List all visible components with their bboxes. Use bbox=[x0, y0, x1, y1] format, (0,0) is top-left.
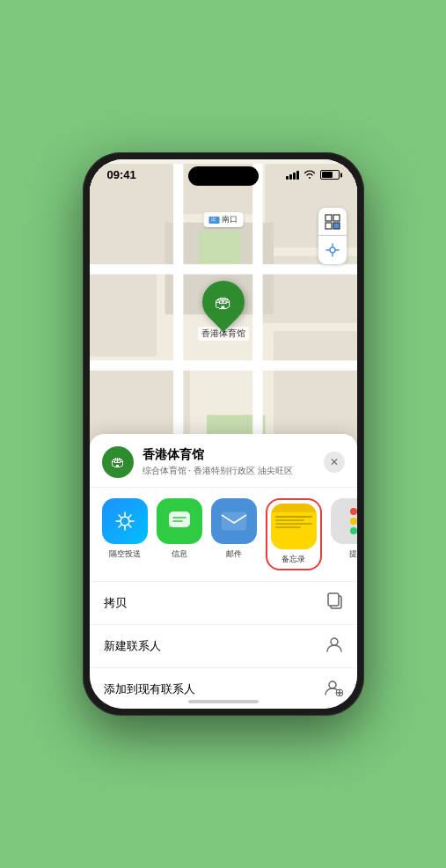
map-label-text: 南口 bbox=[222, 214, 238, 225]
svg-rect-17 bbox=[325, 223, 332, 229]
svg-rect-13 bbox=[90, 264, 357, 274]
svg-point-31 bbox=[331, 638, 338, 645]
status-time: 09:41 bbox=[107, 168, 136, 181]
action-copy-label: 拷贝 bbox=[104, 595, 127, 611]
svg-rect-25 bbox=[169, 511, 190, 527]
battery-fill bbox=[322, 172, 333, 178]
svg-rect-12 bbox=[252, 164, 262, 474]
map-label-icon: 出 bbox=[208, 217, 219, 224]
copy-icon bbox=[327, 592, 343, 614]
map-exit-label: 出 南口 bbox=[203, 212, 243, 227]
map-area[interactable]: 出 南口 🏟 香港体育馆 bbox=[90, 159, 357, 478]
svg-rect-28 bbox=[222, 512, 246, 530]
marker-pin-inner: 🏟 bbox=[215, 291, 232, 312]
home-indicator bbox=[188, 700, 259, 703]
share-item-airdrop[interactable]: 隔空投送 bbox=[102, 498, 148, 570]
venue-desc: 综合体育馆 · 香港特别行政区 油尖旺区 bbox=[143, 465, 324, 477]
signal-bars bbox=[286, 171, 299, 180]
share-row: 隔空投送 信息 bbox=[90, 488, 357, 582]
new-contact-icon bbox=[325, 636, 343, 657]
share-item-message[interactable]: 信息 bbox=[157, 498, 202, 570]
more-icon bbox=[331, 498, 357, 544]
svg-rect-11 bbox=[173, 164, 183, 474]
venue-marker: 🏟 香港体育馆 bbox=[198, 281, 249, 341]
notes-label: 备忘录 bbox=[281, 554, 305, 565]
share-item-notes[interactable]: 备忘录 bbox=[266, 498, 322, 570]
notes-icon bbox=[271, 504, 317, 549]
svg-rect-4 bbox=[90, 273, 157, 357]
message-label: 信息 bbox=[172, 548, 187, 560]
signal-bar-1 bbox=[286, 176, 289, 180]
add-existing-icon bbox=[324, 679, 343, 700]
phone-screen: 09:41 bbox=[90, 159, 357, 709]
venue-header: 🏟 香港体育馆 综合体育馆 · 香港特别行政区 油尖旺区 ✕ bbox=[90, 434, 357, 488]
close-button[interactable]: ✕ bbox=[324, 452, 345, 473]
dynamic-island bbox=[188, 166, 259, 186]
signal-bar-4 bbox=[296, 171, 299, 180]
action-copy[interactable]: 拷贝 bbox=[90, 582, 357, 625]
map-view-button[interactable] bbox=[318, 208, 347, 236]
action-new-contact[interactable]: 新建联系人 bbox=[90, 625, 357, 668]
share-item-mail[interactable]: 邮件 bbox=[211, 498, 257, 570]
mail-label: 邮件 bbox=[226, 548, 242, 560]
action-list: 拷贝 新建联系人 bbox=[90, 582, 357, 709]
map-background: 出 南口 🏟 香港体育馆 bbox=[90, 159, 357, 478]
location-button[interactable] bbox=[318, 236, 347, 264]
venue-name: 香港体育馆 bbox=[143, 447, 324, 463]
signal-bar-2 bbox=[289, 174, 292, 180]
map-controls bbox=[318, 208, 347, 264]
battery-icon bbox=[320, 170, 340, 180]
svg-rect-14 bbox=[90, 360, 357, 370]
mail-icon bbox=[211, 498, 257, 544]
marker-pin: 🏟 bbox=[194, 272, 253, 332]
svg-rect-15 bbox=[325, 215, 332, 221]
venue-icon: 🏟 bbox=[102, 446, 134, 478]
action-new-contact-label: 新建联系人 bbox=[104, 638, 161, 654]
svg-rect-9 bbox=[198, 231, 240, 264]
status-icons bbox=[286, 169, 340, 180]
bottom-sheet: 🏟 香港体育馆 综合体育馆 · 香港特别行政区 油尖旺区 ✕ bbox=[90, 434, 357, 709]
svg-rect-18 bbox=[333, 223, 340, 229]
signal-bar-3 bbox=[293, 173, 296, 180]
venue-info: 香港体育馆 综合体育馆 · 香港特别行政区 油尖旺区 bbox=[143, 447, 324, 477]
more-label: 提 bbox=[349, 548, 357, 560]
svg-rect-30 bbox=[328, 593, 339, 606]
airdrop-icon bbox=[102, 498, 148, 544]
svg-rect-16 bbox=[333, 215, 340, 221]
airdrop-label: 隔空投送 bbox=[109, 548, 141, 560]
phone-frame: 09:41 bbox=[83, 152, 364, 716]
action-add-existing-label: 添加到现有联系人 bbox=[104, 681, 195, 697]
svg-point-32 bbox=[329, 681, 336, 688]
wifi-icon bbox=[303, 169, 316, 180]
message-icon bbox=[157, 498, 202, 544]
share-item-more[interactable]: 提 bbox=[331, 498, 357, 570]
svg-point-19 bbox=[330, 247, 335, 253]
